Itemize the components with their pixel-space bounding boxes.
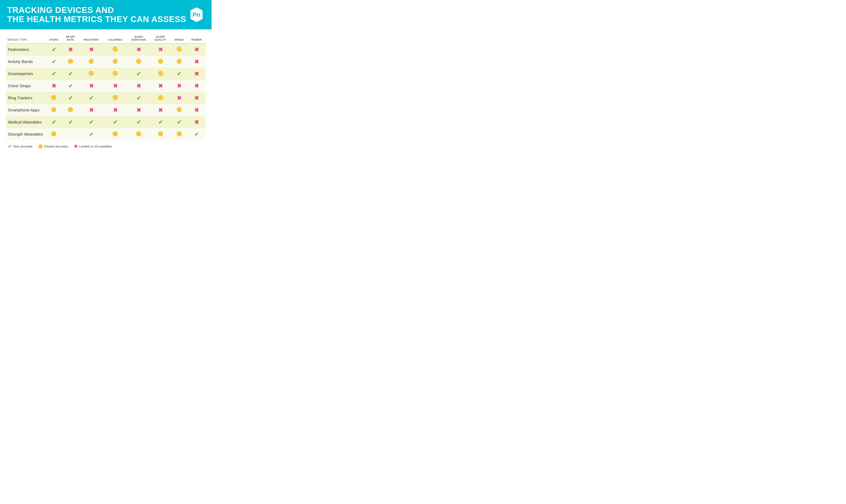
dot-icon — [113, 71, 118, 76]
col-header-recovery: RECOVERY — [79, 33, 104, 43]
cell-sleep_duration: ✖ — [127, 80, 150, 92]
cell-power: ✖ — [187, 80, 205, 92]
cross-icon: ✖ — [194, 119, 199, 125]
dot-icon — [136, 59, 141, 64]
cell-sleep_duration: ✖ — [127, 43, 150, 56]
cell-sleep_quality — [150, 68, 171, 80]
cell-steps: ✖ — [46, 80, 62, 92]
check-icon: ✔ — [52, 59, 56, 65]
cell-power: ✖ — [187, 68, 205, 80]
dot-icon — [113, 59, 118, 64]
cell-sleep_duration: ✔ — [127, 68, 150, 80]
cell-speed — [171, 43, 187, 56]
table-container: DEVICE TYPE STEPS HEARTRATE RECOVERY CAL… — [0, 29, 212, 154]
cell-calories: ✔ — [104, 116, 127, 128]
cross-icon: ✖ — [194, 59, 199, 65]
legend-check-item: ✔ Very accurate — [8, 144, 33, 149]
cell-sleep_duration: ✖ — [127, 104, 150, 116]
cell-device: Pedometers — [6, 43, 46, 56]
legend-cross-label: Limited or not available — [79, 145, 112, 148]
cell-sleep_quality — [150, 56, 171, 68]
table-row: Chest Straps✖✔✖✖✖✖✖✖ — [6, 80, 205, 92]
check-icon: ✔ — [68, 95, 73, 101]
cell-device: Ring Trackers — [6, 92, 46, 104]
cell-power: ✖ — [187, 116, 205, 128]
cell-calories: ✖ — [104, 80, 127, 92]
cell-recovery: ✖ — [79, 104, 104, 116]
cross-icon: ✖ — [52, 83, 56, 89]
dot-icon — [68, 107, 73, 112]
cross-icon: ✖ — [158, 107, 163, 113]
cross-icon: ✖ — [137, 83, 141, 89]
cell-sleep_quality — [150, 92, 171, 104]
cell-power: ✖ — [187, 43, 205, 56]
legend-dot-item: Decent accuracy — [38, 144, 68, 149]
pn-logo: Pn — [188, 7, 204, 23]
check-icon: ✔ — [194, 131, 199, 138]
cell-recovery: ✔ — [79, 116, 104, 128]
check-icon: ✔ — [158, 119, 163, 125]
col-header-steps: STEPS — [46, 33, 62, 43]
cell-heartrate — [62, 128, 79, 140]
check-icon: ✔ — [68, 71, 73, 77]
cell-sleep_quality: ✖ — [150, 104, 171, 116]
dot-icon — [51, 95, 56, 100]
cell-speed — [171, 56, 187, 68]
cell-heartrate — [62, 104, 79, 116]
check-icon: ✔ — [89, 119, 94, 125]
cell-sleep_duration: ✔ — [127, 92, 150, 104]
dot-icon — [177, 59, 182, 64]
check-icon: ✔ — [89, 131, 94, 138]
dot-icon — [158, 131, 163, 137]
cell-sleep_quality — [150, 128, 171, 140]
cell-power: ✖ — [187, 104, 205, 116]
cell-speed: ✖ — [171, 80, 187, 92]
table-row: Medical Wearables✔✔✔✔✔✔✔✖ — [6, 116, 205, 128]
header-title: TRACKING DEVICES AND THE HEALTH METRICS … — [7, 5, 186, 24]
dot-icon — [177, 107, 182, 112]
cell-device: Medical Wearables — [6, 116, 46, 128]
check-icon: ✔ — [52, 47, 56, 53]
cell-sleep_duration — [127, 56, 150, 68]
cross-icon: ✖ — [89, 107, 94, 113]
cross-icon: ✖ — [158, 83, 163, 89]
col-header-calories: CALORIES — [104, 33, 127, 43]
col-header-device: DEVICE TYPE — [6, 33, 46, 43]
check-icon: ✔ — [137, 95, 141, 101]
legend-dot-icon — [38, 144, 43, 149]
cell-steps: ✔ — [46, 68, 62, 80]
cross-icon: ✖ — [89, 83, 94, 89]
check-icon: ✔ — [113, 119, 118, 125]
cross-icon: ✖ — [194, 95, 199, 101]
check-icon: ✔ — [89, 95, 94, 101]
cross-icon: ✖ — [137, 47, 141, 53]
check-icon: ✔ — [177, 119, 181, 125]
metrics-table: DEVICE TYPE STEPS HEARTRATE RECOVERY CAL… — [6, 33, 205, 140]
legend-dot-label: Decent accuracy — [44, 145, 68, 148]
cell-recovery: ✖ — [79, 43, 104, 56]
cell-speed: ✖ — [171, 92, 187, 104]
cell-recovery — [79, 56, 104, 68]
dot-icon — [89, 59, 94, 64]
cell-heartrate — [62, 56, 79, 68]
table-row: Pedometers✔✖✖✖✖✖ — [6, 43, 205, 56]
cross-icon: ✖ — [194, 71, 199, 77]
cell-calories — [104, 56, 127, 68]
dot-icon — [113, 131, 118, 137]
check-icon: ✔ — [68, 83, 73, 89]
cell-speed — [171, 128, 187, 140]
cross-icon: ✖ — [137, 107, 141, 113]
dot-icon — [51, 131, 56, 137]
table-row: Strength Wearables✔✔ — [6, 128, 205, 140]
check-icon: ✔ — [177, 71, 181, 77]
cell-device: Activity Bands — [6, 56, 46, 68]
cell-calories — [104, 92, 127, 104]
cell-device: Smartwatches — [6, 68, 46, 80]
legend-check-icon: ✔ — [8, 144, 12, 149]
cell-speed: ✔ — [171, 68, 187, 80]
check-icon: ✔ — [68, 119, 73, 125]
dot-icon — [158, 95, 163, 100]
cell-sleep_quality: ✖ — [150, 43, 171, 56]
table-row: Smartwatches✔✔✔✔✖ — [6, 68, 205, 80]
cell-steps — [46, 92, 62, 104]
